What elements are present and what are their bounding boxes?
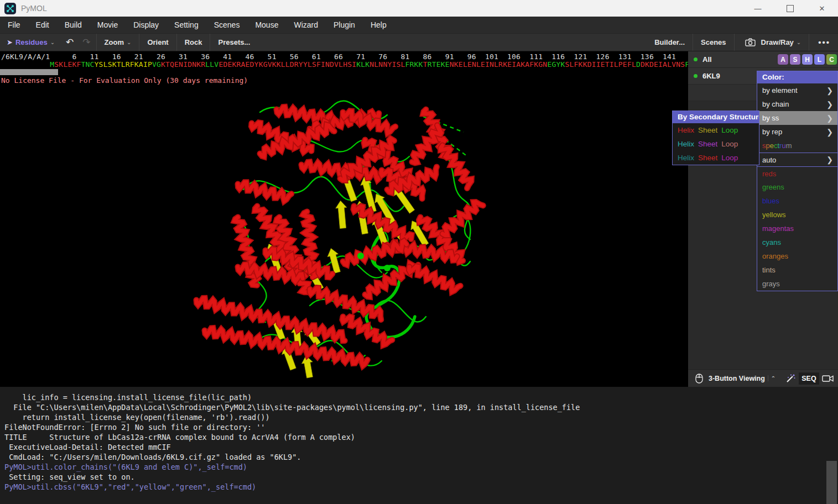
movie-camera-icon[interactable] — [822, 374, 834, 383]
mouse-icon — [695, 374, 703, 384]
undo-button[interactable]: ↶ — [61, 36, 78, 48]
protein-structure-render — [0, 51, 688, 387]
title-bar: PyMOL — ✕ — [0, 0, 838, 17]
sequence-segment-helix[interactable]: KDIIETILPEFL — [583, 60, 636, 69]
sequence-scrollbar[interactable] — [0, 69, 688, 75]
sequence-segment-helix[interactable]: DKDEIALVNS — [641, 60, 685, 69]
presets-button[interactable]: Presets... — [211, 34, 257, 51]
pymol-window: { "window": { "title": "PyMOL", "control… — [0, 0, 838, 504]
sequence-segment-loop[interactable]: RTEKE — [428, 60, 450, 69]
toolbar-separator — [734, 34, 735, 51]
menu-item-display[interactable]: Display — [126, 17, 166, 34]
color-menu-item-reds[interactable]: reds — [757, 166, 837, 180]
sequence-scrollbar-thumb[interactable] — [0, 69, 58, 75]
rep-button-s[interactable]: S — [790, 54, 800, 65]
sequence-letters[interactable]: MSKLEKFTNCYSLSKTLRFKAIPVGKTQENIDNKRLLVED… — [1, 60, 688, 69]
color-menu-item-by-element[interactable]: by element❯ — [757, 83, 837, 97]
sequence-segment-loop[interactable]: D — [636, 60, 641, 69]
object-label: 6KL9 — [702, 72, 720, 80]
color-menu-item-yellows[interactable]: yellows — [757, 208, 837, 222]
color-menu-item-oranges[interactable]: oranges — [757, 249, 837, 263]
color-menu-item-tints[interactable]: tints — [757, 263, 837, 277]
menu-item-mouse[interactable]: Mouse — [247, 17, 286, 34]
close-button[interactable]: ✕ — [806, 0, 838, 17]
chevron-down-icon: ⌄ — [50, 39, 55, 45]
color-menu-item-blues[interactable]: blues — [757, 194, 837, 208]
sequence-segment-helix[interactable]: T — [423, 60, 428, 69]
rock-button[interactable]: Rock — [178, 34, 209, 51]
console-output-line: FileNotFoundError: [Errno 2] No such fil… — [4, 422, 838, 432]
selection-mode-dropdown[interactable]: ➤ Residues ⌄ — [0, 34, 61, 51]
menu-item-edit[interactable]: Edit — [28, 17, 57, 34]
menu-item-help[interactable]: Help — [363, 17, 394, 34]
draw-ray-button[interactable]: Draw/Ray ⌄ — [736, 34, 808, 51]
command-console[interactable]: lic_info = licensing.install_license_fil… — [0, 387, 838, 504]
sequence-segment-loop[interactable]: KLK — [356, 60, 369, 69]
zoom-button[interactable]: Zoom ⌄ — [98, 34, 138, 51]
object-label: All — [702, 55, 712, 64]
ss-scheme-row-2[interactable]: HelixSheetLoop — [673, 137, 759, 151]
color-menu-item-magentas[interactable]: magentas — [757, 222, 837, 235]
menu-item-plugin[interactable]: Plugin — [326, 17, 363, 34]
toolbar: ➤ Residues ⌄ ↶ ↷ Zoom ⌄ Orient Rock Pres… — [0, 34, 838, 51]
toolbar-separator — [176, 34, 177, 51]
chevron-down-icon: ⌄ — [797, 39, 801, 45]
color-menu-item-auto[interactable]: auto❯ — [757, 153, 837, 166]
wizard-wand-icon[interactable] — [785, 374, 796, 384]
sequence-segment-loop[interactable]: TNC — [81, 60, 95, 69]
color-menu-item-cyans[interactable]: cyans — [757, 235, 837, 249]
molecule-viewport[interactable]: /6KL9/A/A/1 6 11 16 21 26 31 36 41 46 51… — [0, 51, 688, 387]
menu-item-file[interactable]: File — [0, 17, 28, 34]
more-options-button[interactable]: ••• — [810, 38, 838, 47]
chevron-down-icon: ⌄ — [127, 39, 131, 45]
console-command-line: PyMOL>util.color_chains("(6KL9 and elem … — [4, 462, 838, 472]
color-menu-item-by-ss[interactable]: by ss❯ — [757, 111, 837, 125]
rep-button-a[interactable]: A — [778, 54, 788, 65]
sequence-segment-helix[interactable]: NLNNYISL — [369, 60, 405, 69]
console-output-line: CmdLoad: "C:/Users/milen/Downloads/6KL9.… — [4, 452, 838, 462]
console-scrollbar-thumb[interactable] — [826, 461, 837, 504]
menu-item-wizard[interactable]: Wizard — [286, 17, 326, 34]
menu-item-setting[interactable]: Setting — [166, 17, 206, 34]
rep-button-l[interactable]: L — [814, 54, 825, 65]
sequence-segment-loop[interactable]: EGYK — [547, 60, 565, 69]
menu-item-build[interactable]: Build — [57, 17, 90, 34]
sequence-segment-helix[interactable]: NKELENLEINLRKEIAKAFKGN — [450, 60, 548, 69]
chevron-right-icon: ❯ — [826, 155, 833, 164]
color-menu-item-by-rep[interactable]: by rep❯ — [757, 125, 837, 139]
color-menu-item-grays[interactable]: grays — [757, 277, 837, 291]
minimize-button[interactable]: — — [742, 0, 774, 17]
rep-button-c[interactable]: C — [826, 54, 837, 65]
ss-scheme-row-1[interactable]: HelixSheetLoop — [673, 123, 759, 137]
sequence-segment-helix[interactable]: SKLEKF — [54, 60, 81, 69]
enabled-dot-icon — [694, 74, 698, 78]
seq-toggle-button[interactable]: SEQ — [799, 372, 819, 385]
chevron-right-icon: ❯ — [826, 100, 833, 109]
mouse-mode-dropdown[interactable]: 3-Button Viewing ⌃ — [690, 371, 778, 386]
toolbar-separator — [693, 34, 693, 51]
sequence-segment-sheet[interactable]: YSLSKTLRFKAIP — [95, 60, 152, 69]
sequence-segment-helix[interactable]: SLFK — [565, 60, 583, 69]
color-menu-item-by-chain[interactable]: by chain❯ — [757, 97, 837, 111]
redo-button[interactable]: ↷ — [78, 36, 95, 48]
license-banner: No License File - For Evaluation Only (3… — [1, 76, 248, 85]
sequence-segment-loop[interactable]: LLV — [205, 60, 218, 69]
rep-button-h[interactable]: H — [802, 54, 813, 65]
object-row-all[interactable]: AllASHLC — [688, 51, 838, 68]
color-menu-item-greens[interactable]: greens — [757, 180, 837, 194]
sequence-segment-helix[interactable]: EDEKRAEDYKGVKKLLDRYYLSFINDVLHSI — [218, 60, 356, 69]
orient-button[interactable]: Orient — [140, 34, 175, 51]
color-menu-item-spectrum[interactable]: spectrum — [757, 139, 837, 153]
menu-item-movie[interactable]: Movie — [90, 17, 126, 34]
scenes-button[interactable]: Scenes — [694, 34, 733, 51]
console-output-line: TITLE Structure of LbCas12a-crRNA comple… — [4, 432, 838, 442]
builder-button[interactable]: Builder... — [648, 34, 691, 51]
console-output-line: lic_info = licensing.install_license_fil… — [4, 392, 838, 402]
sequence-segment-helix[interactable]: KTQENIDNKR — [161, 60, 205, 69]
sequence-segment-loop[interactable]: VG — [152, 60, 161, 69]
console-output-line: Setting: seq_view set to on. — [4, 472, 838, 482]
ss-scheme-row-3[interactable]: HelixSheetLoop — [673, 151, 759, 165]
menu-item-scenes[interactable]: Scenes — [206, 17, 248, 34]
maximize-button[interactable] — [774, 0, 806, 17]
sequence-segment-loop[interactable]: FRKK — [405, 60, 423, 69]
